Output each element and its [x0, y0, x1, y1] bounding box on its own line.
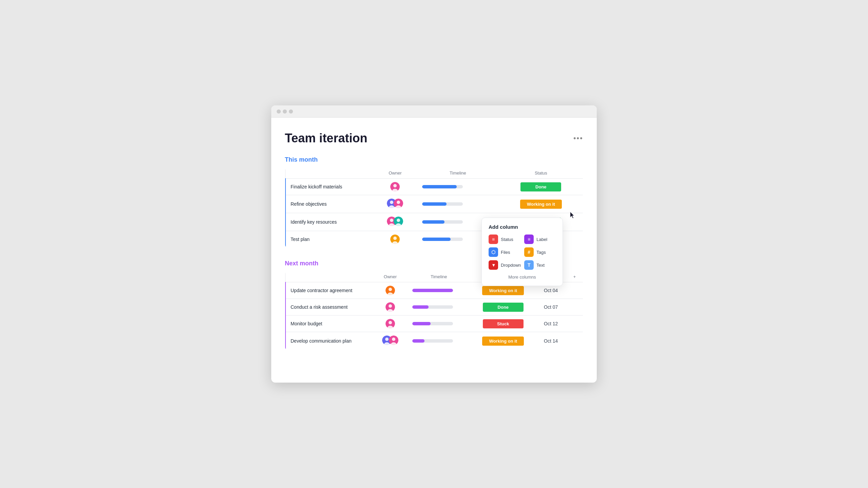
page-title: Team iteration: [285, 131, 367, 145]
status-badge: Working on it: [520, 200, 562, 209]
task-name: Develop communication plan: [285, 332, 374, 350]
task-name: Monitor budget: [285, 316, 374, 332]
timeline-bar: [422, 202, 463, 206]
tags-icon: #: [524, 247, 534, 257]
task-name: Test plan: [285, 231, 374, 248]
table-row: Monitor budget Stuck Oct 12: [285, 316, 583, 332]
avatar: [394, 199, 403, 208]
column-option-tags[interactable]: # Tags: [524, 247, 556, 257]
task-name: Conduct a risk assessment: [285, 299, 374, 316]
status-badge: Stuck: [483, 319, 524, 328]
timeline-cell: [407, 332, 471, 350]
tags-label: Tags: [536, 250, 546, 255]
owner-cell: [374, 213, 417, 231]
table-row: Finalize kickoff materials Done: [285, 179, 583, 195]
avatar: [386, 302, 395, 312]
timeline-cell: [417, 179, 499, 195]
svg-point-19: [389, 288, 392, 291]
add-col-cell: [566, 332, 583, 350]
svg-point-22: [389, 304, 392, 308]
status-cell: Working on it: [499, 195, 583, 213]
browser-chrome: [271, 105, 597, 118]
close-button[interactable]: [277, 109, 281, 114]
timeline-bar: [412, 305, 453, 309]
date-cell: Oct 14: [535, 332, 566, 350]
timeline-bar: [412, 289, 453, 292]
column-option-dropdown[interactable]: ▾ Dropdown: [489, 260, 521, 270]
col-owner-header-nm: Owner: [374, 271, 407, 282]
timeline-bar: [412, 322, 453, 325]
task-name: Refine objectives: [285, 195, 374, 213]
add-column-popup: Add column ≡ Status ≡ Label ⬡ Files # Ta…: [481, 218, 563, 286]
column-option-label[interactable]: ≡ Label: [524, 235, 556, 244]
page-content: Team iteration ••• This month Owner Time…: [271, 118, 597, 383]
table-row: Refine objectives Working on it: [285, 195, 583, 213]
minimize-button[interactable]: [283, 109, 287, 114]
table-row: Conduct a risk assessment Done Oct 07: [285, 299, 583, 316]
svg-point-16: [393, 237, 397, 240]
timeline-bar: [412, 339, 453, 343]
column-option-status[interactable]: ≡ Status: [489, 235, 521, 244]
task-name: Finalize kickoff materials: [285, 179, 374, 195]
column-options: ≡ Status ≡ Label ⬡ Files # Tags ▾ Dropdo…: [489, 235, 556, 270]
label-icon: ≡: [524, 235, 534, 244]
timeline-bar: [422, 238, 463, 241]
column-option-files[interactable]: ⬡ Files: [489, 247, 521, 257]
owner-cell: [374, 195, 417, 213]
status-badge: Working on it: [482, 337, 524, 346]
timeline-cell: [407, 299, 471, 316]
status-cell: Stuck: [471, 316, 535, 332]
svg-point-28: [385, 338, 389, 341]
more-columns-link[interactable]: More columns: [489, 274, 556, 280]
owner-cell: [374, 179, 417, 195]
add-col-cell: [566, 299, 583, 316]
status-label: Status: [501, 237, 513, 242]
files-icon: ⬡: [489, 247, 498, 257]
svg-point-13: [397, 219, 400, 222]
timeline-bar: [422, 185, 463, 188]
page-header: Team iteration •••: [285, 131, 583, 145]
avatar: [386, 319, 395, 328]
timeline-cell: [407, 282, 471, 299]
table-row: Develop communication plan Working on it…: [285, 332, 583, 350]
files-label: Files: [501, 250, 510, 255]
col-timeline-header: Timeline: [417, 168, 499, 179]
svg-point-31: [392, 338, 395, 341]
dropdown-icon: ▾: [489, 260, 498, 270]
col-owner-header: Owner: [374, 168, 417, 179]
status-badge: Working on it: [482, 286, 524, 295]
task-name: Update contractor agreement: [285, 282, 374, 299]
dropdown-label: Dropdown: [501, 263, 521, 268]
avatar: [386, 286, 395, 295]
add-column-title: Add column: [489, 224, 556, 230]
col-status-header: Status: [499, 168, 583, 179]
task-name: Identify key resources: [285, 213, 374, 231]
status-cell: Done: [471, 299, 535, 316]
col-timeline-header-nm: Timeline: [407, 271, 471, 282]
date-cell: Oct 12: [535, 316, 566, 332]
add-col-header[interactable]: +: [566, 271, 583, 282]
owner-cell: [374, 282, 407, 299]
avatar: [394, 217, 403, 226]
owner-cell: [374, 231, 417, 248]
text-icon: T: [524, 260, 534, 270]
status-cell: Working on it: [471, 332, 535, 350]
svg-point-10: [390, 219, 393, 222]
svg-marker-33: [570, 212, 574, 218]
cursor-icon: [570, 212, 576, 219]
owner-cell: [374, 332, 407, 350]
add-col-cell: [566, 282, 583, 299]
maximize-button[interactable]: [289, 109, 293, 114]
column-option-text[interactable]: T Text: [524, 260, 556, 270]
this-month-title: This month: [285, 156, 583, 163]
status-cell: Done: [499, 179, 583, 195]
status-badge: Done: [483, 303, 524, 312]
owner-cell: [374, 299, 407, 316]
svg-point-1: [393, 184, 397, 187]
avatar: [389, 336, 398, 345]
timeline-cell: [417, 195, 499, 213]
label-label: Label: [536, 237, 547, 242]
more-options-button[interactable]: •••: [573, 134, 583, 143]
date-cell: Oct 07: [535, 299, 566, 316]
status-icon: ≡: [489, 235, 498, 244]
